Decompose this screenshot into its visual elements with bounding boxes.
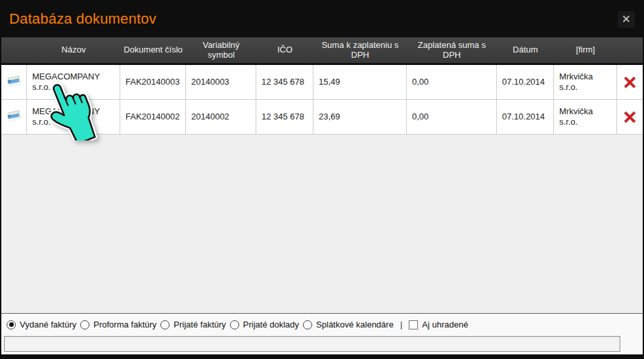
cell-ico: 12 345 678 [256, 100, 313, 135]
table-header: Názov Dokument číslo Variabilný symbol I… [1, 37, 643, 65]
checkbox-label: Aj uhradené [422, 320, 468, 329]
cell-variabilny-symbol: 20140002 [186, 100, 256, 135]
column-header-nazov[interactable]: Názov [27, 37, 120, 63]
search-input[interactable] [4, 336, 620, 352]
column-header-icon [1, 37, 27, 63]
radio-prijate-faktury[interactable]: Prijaté faktúry [160, 320, 225, 329]
column-header-variabilny-symbol[interactable]: Variabilný symbol [186, 37, 256, 63]
radio-icon[interactable] [80, 320, 89, 329]
close-icon[interactable]: ✕ [618, 11, 635, 28]
cell-datum: 07.10.2014 [497, 100, 554, 135]
open-document-icon[interactable] [1, 65, 27, 100]
table-row[interactable]: MEGACOMPANY s.r.o. FAK20140002 20140002 … [1, 100, 643, 135]
radio-prijate-doklady[interactable]: Prijaté doklady [230, 320, 299, 329]
cell-dokument-cislo: FAK20140003 [120, 65, 186, 100]
cell-nazov: MEGACOMPANY s.r.o. [27, 65, 120, 100]
checkbox-aj-uhradene[interactable]: Aj uhradené [409, 320, 468, 329]
radio-icon[interactable] [7, 320, 16, 329]
cell-zaplatena-suma: 0,00 [407, 65, 497, 100]
dialog-bottom-border [1, 354, 643, 359]
cell-ico: 12 345 678 [256, 65, 313, 100]
radio-splatkove-kalendare[interactable]: Splátkové kalendáre [303, 320, 394, 329]
column-header-ico[interactable]: IČO [256, 37, 313, 63]
radio-label: Proforma faktúry [93, 320, 156, 329]
cell-datum: 07.10.2014 [497, 65, 554, 100]
radio-icon[interactable] [160, 320, 170, 329]
search-row [1, 335, 643, 354]
cell-suma-k-zaplateniu: 23,69 [313, 100, 407, 135]
delete-row-icon[interactable] [617, 100, 643, 135]
cell-zaplatena-suma: 0,00 [407, 100, 497, 135]
cell-firm: Mrkvička s.r.o. [554, 65, 617, 100]
cell-firm: Mrkvička s.r.o. [554, 100, 617, 135]
delete-row-icon[interactable] [617, 65, 643, 100]
radio-label: Vydané faktúry [20, 320, 76, 329]
radio-icon[interactable] [303, 320, 312, 329]
cell-dokument-cislo: FAK20140002 [120, 100, 186, 135]
radio-icon[interactable] [230, 320, 239, 329]
document-type-filter-bar: Vydané faktúry Proforma faktúry Prijaté … [1, 313, 643, 335]
cell-variabilny-symbol: 20140003 [186, 65, 256, 100]
radio-proforma-faktury[interactable]: Proforma faktúry [80, 320, 156, 329]
radio-label: Splátkové kalendáre [316, 320, 394, 329]
column-header-zaplatena-suma[interactable]: Zaplatená suma s DPH [407, 37, 497, 63]
title-bar: Databáza dokumentov ✕ [1, 1, 643, 37]
column-header-dokument-cislo[interactable]: Dokument číslo [120, 37, 186, 63]
documents-database-dialog: Databáza dokumentov ✕ Názov Dokument čís… [0, 0, 644, 359]
radio-label: Prijaté faktúry [173, 320, 225, 329]
cell-nazov: MEGACOMPANY s.r.o. [27, 100, 120, 135]
radio-vydane-faktury[interactable]: Vydané faktúry [7, 320, 76, 329]
column-header-firm[interactable]: [firm] [554, 37, 617, 63]
filter-separator: | [400, 320, 402, 329]
open-document-icon[interactable] [1, 100, 27, 135]
column-header-suma-k-zaplateniu[interactable]: Suma k zaplateniu s DPH [313, 37, 407, 63]
column-header-datum[interactable]: Dátum [497, 37, 554, 63]
dialog-title: Databáza dokumentov [9, 11, 156, 28]
table-row[interactable]: MEGACOMPANY s.r.o. FAK20140003 20140003 … [1, 65, 643, 100]
column-header-delete [617, 37, 643, 63]
empty-table-area [1, 135, 643, 313]
cell-suma-k-zaplateniu: 15,49 [313, 65, 407, 100]
checkbox-icon[interactable] [409, 320, 418, 329]
radio-label: Prijaté doklady [243, 320, 299, 329]
